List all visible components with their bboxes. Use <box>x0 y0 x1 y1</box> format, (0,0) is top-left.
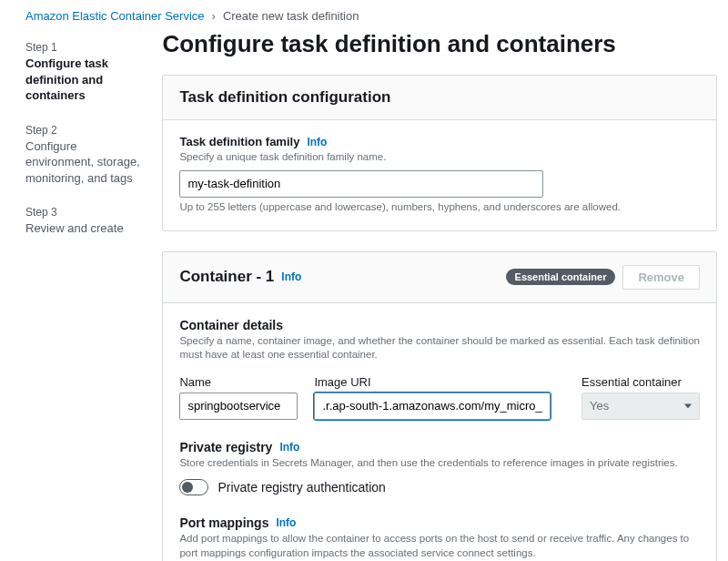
chevron-right-icon: › <box>212 9 216 23</box>
info-link[interactable]: Info <box>279 441 299 454</box>
private-registry-hint: Store credentials in Secrets Manager, an… <box>179 456 700 471</box>
container-1-panel: Container - 1 Info Essential container R… <box>162 251 717 561</box>
page-title: Configure task definition and containers <box>162 30 717 58</box>
panel-header: Container - 1 Info Essential container R… <box>163 252 716 303</box>
wizard-steps: Step 1 Configure task definition and con… <box>25 30 162 561</box>
info-link[interactable]: Info <box>276 516 296 529</box>
essential-label: Essential container <box>581 375 700 389</box>
step-label: Step 3 <box>25 206 147 219</box>
port-mappings-hint: Add port mappings to allow the container… <box>179 532 700 560</box>
breadcrumb-current: Create new task definition <box>223 9 359 23</box>
family-hint: Specify a unique task definition family … <box>179 150 700 165</box>
wizard-step-1[interactable]: Step 1 Configure task definition and con… <box>25 41 147 104</box>
breadcrumb: Amazon Elastic Container Service › Creat… <box>0 0 728 30</box>
panel-header: Task definition configuration <box>163 76 716 120</box>
remove-container-button[interactable]: Remove <box>622 265 700 290</box>
task-definition-family-input[interactable] <box>179 170 543 198</box>
step-title: Review and create <box>25 220 147 237</box>
essential-select[interactable]: Yes <box>581 393 700 420</box>
private-registry-toggle[interactable] <box>179 479 208 495</box>
container-name-input[interactable] <box>179 393 298 420</box>
private-registry-title: Private registry Info <box>179 440 700 454</box>
essential-container-badge: Essential container <box>506 269 616 285</box>
container-details-hint: Specify a name, container image, and whe… <box>179 334 700 362</box>
container-details-title: Container details <box>179 318 700 332</box>
step-label: Step 2 <box>25 124 147 137</box>
port-mappings-title: Port mappings Info <box>179 515 700 530</box>
task-definition-config-panel: Task definition configuration Task defin… <box>162 75 717 231</box>
wizard-step-3[interactable]: Step 3 Review and create <box>25 206 147 237</box>
step-title: Configure task definition and containers <box>25 56 147 104</box>
image-uri-input[interactable] <box>314 393 551 420</box>
family-constraint: Up to 255 letters (uppercase and lowerca… <box>179 201 700 212</box>
info-link[interactable]: Info <box>307 136 327 148</box>
wizard-step-2[interactable]: Step 2 Configure environment, storage, m… <box>25 124 147 187</box>
container-name-label: Name <box>179 375 298 389</box>
step-title: Configure environment, storage, monitori… <box>25 138 147 187</box>
family-label: Task definition family Info <box>179 135 700 148</box>
private-registry-toggle-label: Private registry authentication <box>217 480 385 495</box>
breadcrumb-root[interactable]: Amazon Elastic Container Service <box>25 9 205 23</box>
step-label: Step 1 <box>25 41 147 54</box>
image-uri-label: Image URI <box>314 375 551 389</box>
info-link[interactable]: Info <box>281 270 301 283</box>
